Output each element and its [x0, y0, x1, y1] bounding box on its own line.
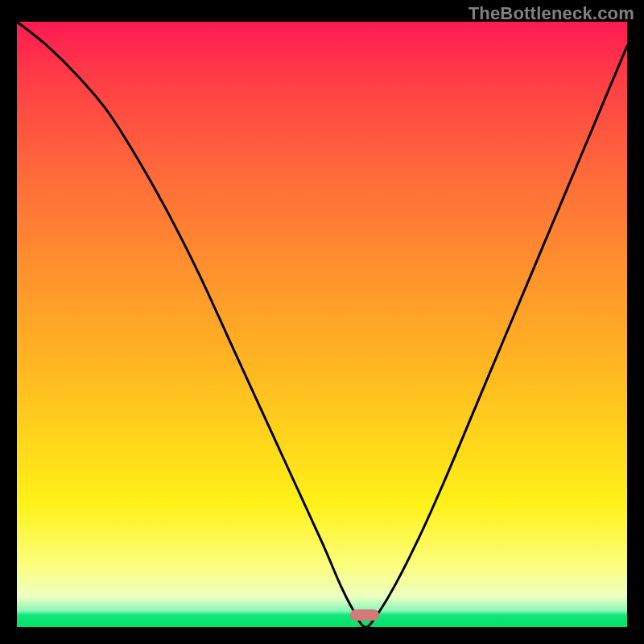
chart-frame: TheBottleneck.com [0, 0, 644, 644]
optimum-marker [350, 609, 379, 621]
bottleneck-curve [17, 22, 627, 627]
plot-area [17, 22, 627, 627]
curve-path [17, 22, 627, 627]
watermark-label: TheBottleneck.com [469, 3, 634, 24]
